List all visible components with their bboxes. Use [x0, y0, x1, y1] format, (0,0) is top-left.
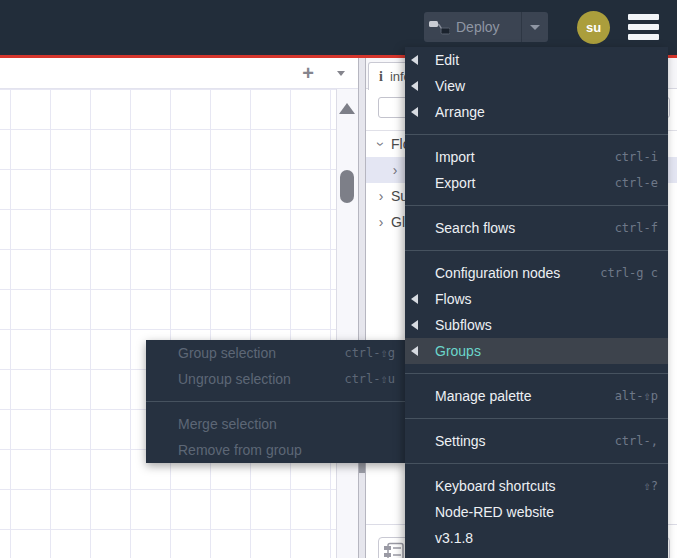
menu-item-flows[interactable]: Flows	[405, 286, 668, 312]
flow-canvas[interactable]	[0, 89, 336, 558]
menu-item-label: Keyboard shortcuts	[435, 478, 556, 494]
submenu-arrow-icon	[411, 346, 418, 356]
submenu-arrow-icon	[411, 294, 418, 304]
menu-item-label: Arrange	[435, 104, 485, 120]
menu-item-label: Settings	[435, 433, 486, 449]
node-red-editor: Deploy su +	[0, 0, 677, 558]
deploy-node-icon	[424, 19, 454, 36]
menu-item-label: Merge selection	[178, 416, 277, 432]
menu-item-edit[interactable]: Edit	[405, 47, 668, 73]
menu-item-label: Configuration nodes	[435, 265, 560, 281]
shortcut-label: ctrl-,	[615, 434, 668, 448]
menu-item-label: Search flows	[435, 220, 515, 236]
menu-divider	[146, 392, 405, 411]
menu-item-label: Remove from group	[178, 442, 302, 458]
chevron-right-icon[interactable]: ›	[374, 188, 388, 204]
menu-item-label: Subflows	[435, 317, 492, 333]
menu-divider	[405, 125, 668, 144]
shortcut-label: ctrl-e	[615, 176, 668, 190]
menu-item-label: Node-RED website	[435, 504, 554, 520]
add-flow-button[interactable]: +	[296, 59, 320, 87]
menu-item-label: Edit	[435, 52, 459, 68]
submenu-arrow-icon	[411, 107, 418, 117]
menu-item-label: View	[435, 78, 465, 94]
user-avatar[interactable]: su	[577, 11, 610, 44]
menu-item-label: Ungroup selection	[178, 371, 291, 387]
menu-item-label: Flows	[435, 291, 472, 307]
chevron-down-icon[interactable]: ›	[373, 137, 389, 151]
menu-item-view[interactable]: View	[405, 73, 668, 99]
shortcut-label: ctrl-⇧u	[344, 372, 405, 386]
caret-down-icon	[337, 71, 345, 76]
menu-item-groups[interactable]: Groups	[405, 338, 668, 364]
shortcut-label: ctrl-f	[615, 221, 668, 235]
submenu-item-ungroup-selection: Ungroup selectionctrl-⇧u	[146, 366, 405, 392]
main-menu-button[interactable]	[628, 14, 659, 40]
menu-item-label: Group selection	[178, 345, 276, 361]
caret-down-icon	[530, 25, 540, 30]
shortcut-label: ctrl-g c	[600, 266, 668, 280]
shortcut-label: alt-⇧p	[615, 389, 668, 403]
main-dropdown-menu: EditViewArrangeImportctrl-iExportctrl-eS…	[405, 47, 668, 558]
user-avatar-initials: su	[586, 20, 601, 35]
submenu-arrow-icon	[411, 320, 418, 330]
menu-item-node-red-website[interactable]: Node-RED website	[405, 499, 668, 525]
deploy-options-button[interactable]	[522, 12, 548, 42]
submenu-item-remove-from-group: Remove from group	[146, 437, 405, 463]
menu-divider	[405, 409, 668, 428]
menu-item-label: Import	[435, 149, 475, 165]
menu-item-label: v3.1.8	[435, 530, 473, 546]
hamburger-icon	[628, 14, 659, 20]
menu-item-subflows[interactable]: Subflows	[405, 312, 668, 338]
menu-divider	[405, 454, 668, 473]
menu-divider	[405, 364, 668, 383]
chevron-right-icon[interactable]: ›	[388, 162, 402, 178]
deploy-button[interactable]: Deploy	[424, 12, 548, 42]
menu-item-import[interactable]: Importctrl-i	[405, 144, 668, 170]
canvas-vertical-scrollbar[interactable]	[336, 89, 358, 558]
workspace-tab-bar: +	[0, 58, 358, 89]
node-outline-icon	[383, 542, 405, 558]
plus-icon: +	[302, 62, 314, 84]
menu-item-label: Groups	[435, 343, 481, 359]
menu-item-manage-palette[interactable]: Manage palettealt-⇧p	[405, 383, 668, 409]
shortcut-label: ⇧?	[644, 479, 668, 493]
info-icon: i	[379, 69, 383, 85]
menu-item-configuration-nodes[interactable]: Configuration nodesctrl-g c	[405, 260, 668, 286]
submenu-arrow-icon	[411, 55, 418, 65]
menu-item-label: Manage palette	[435, 388, 532, 404]
submenu-arrow-icon	[411, 81, 418, 91]
groups-submenu: Group selectionctrl-⇧gUngroup selectionc…	[146, 340, 405, 463]
flow-list-button[interactable]	[331, 58, 351, 88]
menu-item-export[interactable]: Exportctrl-e	[405, 170, 668, 196]
submenu-item-group-selection: Group selectionctrl-⇧g	[146, 340, 405, 366]
menu-item-settings[interactable]: Settingsctrl-,	[405, 428, 668, 454]
sidebar-splitter[interactable]	[358, 58, 366, 558]
shortcut-label: ctrl-⇧g	[344, 346, 405, 360]
scroll-up-icon[interactable]	[339, 103, 355, 114]
menu-item-keyboard-shortcuts[interactable]: Keyboard shortcuts⇧?	[405, 473, 668, 499]
submenu-item-merge-selection: Merge selection	[146, 411, 405, 437]
shortcut-label: ctrl-i	[615, 150, 668, 164]
menu-item-v3-1-8[interactable]: v3.1.8	[405, 525, 668, 551]
menu-divider	[405, 241, 668, 260]
menu-item-arrange[interactable]: Arrange	[405, 99, 668, 125]
menu-item-label: Export	[435, 175, 475, 191]
chevron-right-icon[interactable]: ›	[374, 214, 388, 230]
scrollbar-thumb[interactable]	[340, 170, 354, 203]
deploy-button-label: Deploy	[454, 19, 506, 35]
menu-divider	[405, 196, 668, 215]
menu-item-search-flows[interactable]: Search flowsctrl-f	[405, 215, 668, 241]
